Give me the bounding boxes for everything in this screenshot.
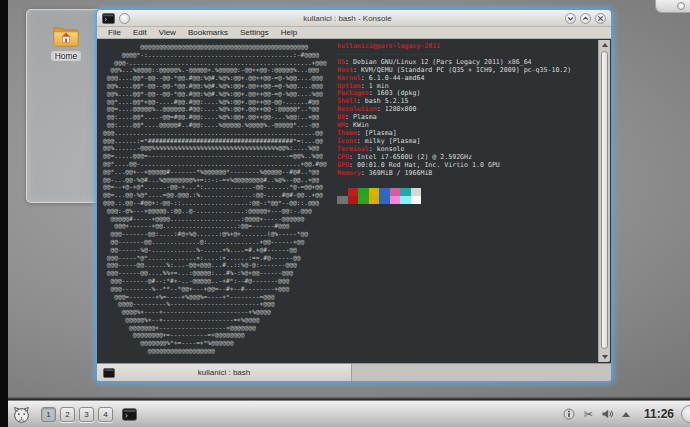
palette-swatch [369,196,380,204]
konsole-window-icon [102,13,115,24]
virtual-desktop-pager: 1234 [41,407,113,422]
palette-swatch [390,196,401,204]
taskbar-panel: 1234 ✂ [0,400,690,427]
window-title: kullanici : bash - Konsole [134,14,561,23]
close-icon [597,15,604,22]
menu-item[interactable]: Help [275,28,303,37]
palette-swatch [400,188,411,196]
app-launcher-button[interactable] [10,403,32,425]
desktop-toolbox[interactable] [655,0,690,13]
klipper-scissors-icon[interactable]: ✂ [582,408,595,421]
menu-item[interactable]: View [153,28,182,37]
konsole-task-icon [122,408,137,421]
fetch-entry: DE:Plasma [337,114,571,122]
palette-swatch [411,196,422,204]
pager-desktop-button[interactable]: 1 [41,407,56,422]
palette-swatch [337,196,348,204]
panel-cashew-button[interactable] [681,405,690,423]
palette-swatch [400,196,411,204]
task-konsole-button[interactable] [118,403,140,425]
tab-label: kullanici : bash [198,368,250,377]
caret-up-icon [622,412,630,417]
window-menu-button[interactable] [119,13,130,24]
palette-row-bright [337,196,571,204]
screen-edge-strip [0,0,8,427]
terminal-area[interactable]: @@@@@@@@@@@@@@@@@@@@@@@@@@@@@@@@@@@@@@@@… [97,39,611,363]
palette-swatch [337,188,348,196]
pager-desktop-button[interactable]: 2 [60,407,75,422]
palette-row-normal [337,188,571,196]
ascii-art-leopard: @@@@@@@@@@@@@@@@@@@@@@@@@@@@@@@@@@@@@@@@… [103,43,329,361]
notifications-info-icon[interactable] [563,408,576,421]
close-button[interactable] [595,13,606,24]
konsole-tab-icon [103,368,115,378]
palette-swatch [411,188,422,196]
titlebar[interactable]: kullanici : bash - Konsole [97,10,611,27]
toolbox-cashew-icon [677,2,685,10]
scroll-down-arrow-icon[interactable] [602,355,608,359]
pager-desktop-button[interactable]: 4 [98,407,113,422]
tab-kullanici-bash[interactable]: kullanici : bash [97,364,352,381]
menu-item[interactable]: Settings [234,28,275,37]
tray-expander-button[interactable] [620,408,633,421]
pars-leopard-logo-icon [12,405,31,424]
home-folder-shortcut[interactable]: Home [37,23,95,61]
system-info-block: kullanici@pars-legacy-2011 -------------… [337,43,571,361]
tab-bar: kullanici : bash [97,363,611,381]
palette-swatch [348,188,359,196]
terminal-color-palette [337,188,571,203]
palette-swatch [369,188,380,196]
system-tray: ✂ [563,408,633,421]
fetch-entries: OS:Debian GNU/Linux 12 (Pars Legacy 2011… [337,59,571,178]
scrollbar-thumb[interactable] [601,51,608,349]
desktop: Home kullanici : bash - Konsole FileE [0,0,690,427]
digital-clock[interactable]: 11:26 [644,407,674,421]
scroll-up-arrow-icon[interactable] [602,43,608,47]
palette-swatch [379,188,390,196]
palette-swatch [358,188,369,196]
terminal-scrollbar[interactable] [598,40,610,362]
pager-desktop-button[interactable]: 3 [79,407,94,422]
menu-item[interactable]: Bookmarks [182,28,234,37]
maximize-button[interactable] [580,13,591,24]
menu-item[interactable]: File [102,28,127,37]
konsole-window: kullanici : bash - Konsole FileEditViewB… [97,10,611,381]
home-folder-icon [51,23,81,49]
palette-swatch [358,196,369,204]
folder-view-widget: Home [26,9,105,203]
minimize-icon [567,15,574,22]
minimize-button[interactable] [565,13,576,24]
palette-swatch [379,196,390,204]
menu-item[interactable]: Edit [127,28,153,37]
volume-speaker-icon[interactable] [601,408,614,421]
palette-swatch [348,196,359,204]
home-icon-label: Home [51,51,82,61]
palette-swatch [390,188,401,196]
maximize-icon [582,15,589,22]
menu-bar: FileEditViewBookmarksSettingsHelp [97,27,611,39]
fetch-entry: Memory:369MiB / 1966MiB [337,170,571,178]
